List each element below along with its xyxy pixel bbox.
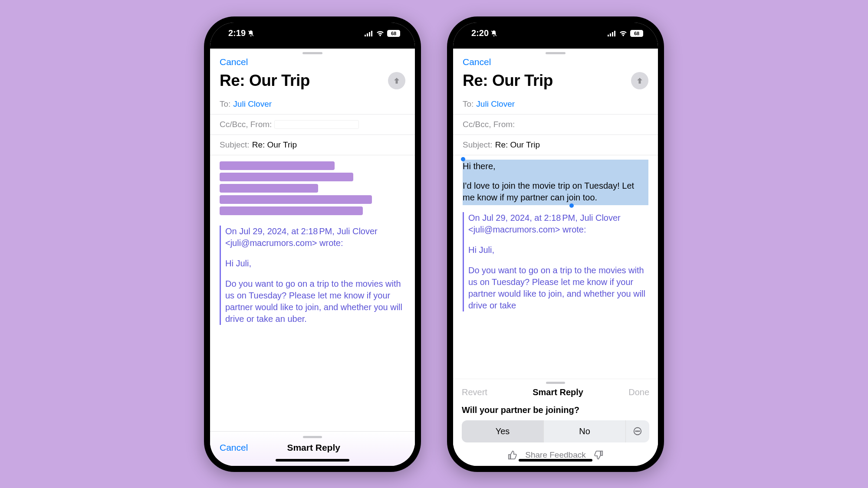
draft-loading-placeholder	[220, 161, 405, 215]
selection-start-handle[interactable]	[461, 157, 465, 161]
subject-field[interactable]: Subject: Re: Our Trip	[453, 135, 658, 155]
svg-rect-9	[614, 31, 615, 36]
compose-title: Re: Our Trip	[463, 72, 553, 90]
to-field[interactable]: To: Juli Clover	[210, 94, 415, 115]
battery-indicator: 68	[630, 30, 643, 37]
reply-greeting: Hi there,	[463, 160, 648, 172]
message-body[interactable]: On Jul 29, 2024, at 2:18 PM, Juli Clover…	[210, 155, 415, 431]
quoted-message: On Jul 29, 2024, at 2:18 PM, Juli Clover…	[463, 212, 648, 311]
revert-button[interactable]: Revert	[462, 387, 487, 397]
cancel-button[interactable]: Cancel	[463, 57, 491, 67]
subject-field[interactable]: Subject: Re: Our Trip	[210, 135, 415, 155]
wifi-icon	[376, 30, 385, 36]
bar-grabber[interactable]	[303, 436, 322, 438]
quote-greeting: Hi Juli,	[468, 244, 648, 256]
home-indicator[interactable]	[519, 459, 592, 462]
smart-reply-title: Smart Reply	[533, 387, 583, 397]
subject-label: Subject:	[220, 140, 250, 150]
quote-greeting: Hi Juli,	[225, 258, 405, 269]
quote-body: Do you want to go on a trip to the movie…	[468, 265, 648, 311]
quoted-message: On Jul 29, 2024, at 2:18 PM, Juli Clover…	[220, 226, 405, 325]
quote-header: On Jul 29, 2024, at 2:18 PM, Juli Clover…	[225, 226, 405, 249]
phone-right: 2:20 68 Cancel Re: Our Trip	[447, 16, 664, 472]
option-more-button[interactable]	[626, 420, 649, 442]
to-label: To:	[220, 99, 230, 109]
thumbs-down-icon[interactable]	[594, 450, 603, 460]
subject-value: Re: Our Trip	[252, 140, 297, 150]
compose-title: Re: Our Trip	[220, 72, 310, 90]
compose-sheet: Cancel Re: Our Trip To: Juli Clover Cc/B…	[453, 49, 658, 466]
status-bar: 2:19 68	[210, 23, 415, 44]
from-redacted	[274, 120, 359, 129]
message-body[interactable]: Hi there, I'd love to join the movie tri…	[453, 155, 658, 379]
svg-rect-7	[610, 33, 611, 36]
option-yes-button[interactable]: Yes	[462, 420, 544, 442]
share-feedback-button[interactable]: Share Feedback	[525, 450, 585, 460]
status-time: 2:19	[228, 28, 246, 38]
status-bar: 2:20 68	[453, 23, 658, 44]
battery-level: 68	[630, 30, 643, 37]
svg-rect-6	[608, 35, 609, 36]
svg-point-11	[635, 431, 636, 432]
selection-end-handle[interactable]	[569, 203, 574, 208]
to-value[interactable]: Juli Clover	[233, 99, 272, 109]
subject-value: Re: Our Trip	[495, 140, 540, 150]
svg-point-13	[639, 431, 640, 432]
smart-reply-panel: Revert Smart Reply Done Will your partne…	[453, 379, 658, 466]
smart-reply-cancel-button[interactable]: Cancel	[220, 442, 248, 453]
thumbs-up-icon[interactable]	[508, 450, 517, 460]
svg-rect-8	[612, 32, 613, 36]
battery-level: 68	[387, 30, 400, 37]
svg-rect-1	[365, 35, 366, 36]
svg-rect-15	[601, 451, 602, 455]
feedback-row: Share Feedback	[462, 450, 649, 460]
reply-body: I'd love to join the movie trip on Tuesd…	[463, 180, 648, 203]
screen: 2:20 68 Cancel Re: Our Trip	[453, 23, 658, 466]
arrow-up-icon	[635, 76, 644, 85]
svg-rect-2	[367, 33, 368, 36]
to-value[interactable]: Juli Clover	[476, 99, 515, 109]
quote-body: Do you want to go on a trip to the movie…	[225, 278, 405, 325]
quote-header: On Jul 29, 2024, at 2:18 PM, Juli Clover…	[468, 212, 648, 236]
to-label: To:	[463, 99, 473, 109]
battery-indicator: 68	[387, 30, 400, 37]
ccbcc-field[interactable]: Cc/Bcc, From:	[453, 115, 658, 135]
done-button[interactable]: Done	[628, 387, 649, 397]
smart-reply-title: Smart Reply	[287, 442, 340, 453]
ellipsis-icon	[633, 426, 642, 436]
send-button[interactable]	[388, 72, 405, 89]
sheet-grabber[interactable]	[546, 52, 566, 54]
screen: 2:19 68 Cancel Re: Our Trip	[210, 23, 415, 466]
ccbcc-label: Cc/Bcc, From:	[463, 120, 515, 129]
svg-point-12	[637, 431, 638, 432]
ccbcc-field[interactable]: Cc/Bcc, From:	[210, 115, 415, 135]
dnd-icon	[247, 30, 254, 37]
home-indicator[interactable]	[276, 459, 349, 462]
compose-sheet: Cancel Re: Our Trip To: Juli Clover Cc/B…	[210, 49, 415, 466]
ccbcc-label: Cc/Bcc, From:	[220, 120, 272, 129]
svg-rect-4	[371, 31, 372, 36]
status-time: 2:20	[471, 28, 489, 38]
send-button[interactable]	[631, 72, 648, 89]
option-no-button[interactable]: No	[544, 420, 626, 442]
cellular-icon	[365, 30, 373, 36]
cellular-icon	[608, 30, 616, 36]
svg-rect-3	[369, 32, 370, 36]
arrow-up-icon	[392, 76, 401, 85]
smart-reply-question: Will your partner be joining?	[462, 405, 649, 415]
smart-reply-options: Yes No	[462, 420, 649, 442]
panel-grabber[interactable]	[546, 382, 565, 384]
selected-draft-text[interactable]: Hi there, I'd love to join the movie tri…	[463, 160, 648, 205]
wifi-icon	[619, 30, 628, 36]
to-field[interactable]: To: Juli Clover	[453, 94, 658, 115]
phone-left: 2:19 68 Cancel Re: Our Trip	[204, 16, 421, 472]
subject-label: Subject:	[463, 140, 493, 150]
svg-rect-14	[509, 455, 510, 459]
sheet-grabber[interactable]	[302, 52, 322, 54]
dnd-icon	[490, 30, 497, 37]
cancel-button[interactable]: Cancel	[220, 57, 248, 67]
